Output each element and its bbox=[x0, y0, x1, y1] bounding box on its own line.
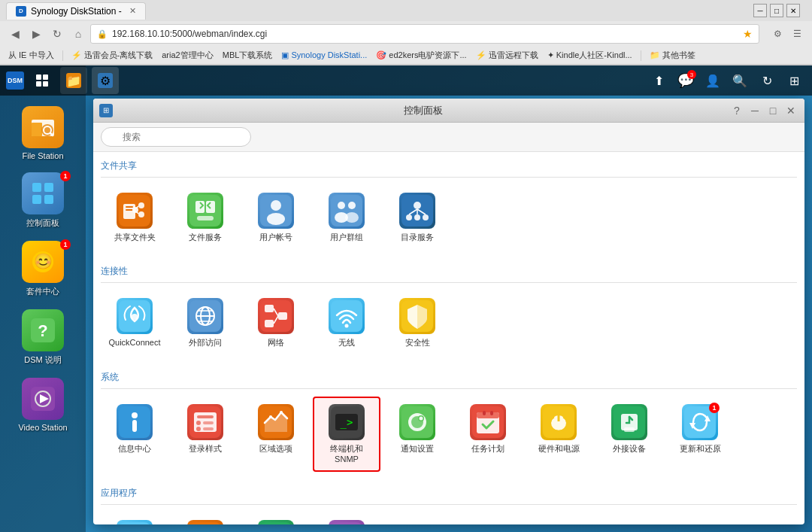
cp-item-hardware-power[interactable]: 硬件和电源 bbox=[525, 397, 592, 473]
cp-restore-button[interactable]: □ bbox=[765, 103, 780, 118]
cp-item-task-scheduler[interactable]: 任务计划 bbox=[454, 397, 522, 473]
svg-rect-8 bbox=[44, 195, 53, 204]
back-button[interactable]: ◀ bbox=[6, 25, 24, 43]
cp-item-shared-folder[interactable]: 共享文件夹 bbox=[101, 185, 168, 250]
dsm-taskbar-right: ⬆ 💬 3 👤 🔍 ↻ ⊞ bbox=[641, 68, 812, 93]
external-device-icon bbox=[611, 404, 647, 440]
taskbar-fs-icon: 📁 bbox=[66, 73, 81, 88]
notification-taskbar-icon[interactable]: 💬 3 bbox=[674, 68, 698, 93]
tab-favicon: D bbox=[16, 6, 26, 17]
sidebar-item-file-station[interactable]: File Station bbox=[9, 102, 77, 165]
cp-item-wireless[interactable]: 无线 bbox=[313, 290, 380, 355]
hardware-power-icon bbox=[541, 404, 577, 440]
svg-rect-67 bbox=[197, 415, 214, 418]
refresh-taskbar-icon[interactable]: ↻ bbox=[755, 68, 779, 93]
cp-item-external-access[interactable]: 外部访问 bbox=[171, 290, 239, 355]
svg-point-30 bbox=[271, 200, 281, 211]
home-button[interactable]: ⌂ bbox=[69, 25, 87, 43]
cp-item-quickconnect[interactable]: QuickConnect bbox=[101, 290, 168, 355]
sidebar-item-dsm-help[interactable]: ? DSM 说明 bbox=[9, 305, 77, 370]
bookmarks-bar: 从 IE 中导入 ⚡ 迅雷会员-离线下载 aria2管理中心 MBL下载系统 ▣… bbox=[0, 47, 812, 65]
bookmark-others[interactable]: 📁 其他书签 bbox=[647, 49, 698, 62]
bookmark-xunlei-remote[interactable]: ⚡ 迅雷远程下载 bbox=[474, 49, 541, 62]
security-label: 安全性 bbox=[405, 337, 430, 348]
bookmark-synology[interactable]: ▣ Synology DiskStati... bbox=[279, 50, 369, 61]
svg-rect-28 bbox=[197, 216, 214, 220]
bookmark-ie-import[interactable]: 从 IE 中导入 bbox=[6, 49, 56, 62]
taskbar-control-panel[interactable]: ⚙ bbox=[92, 67, 119, 94]
cp-item-file-services[interactable]: 文件服务 bbox=[171, 185, 239, 250]
address-bar[interactable]: 🔒 192.168.10.10:5000/webman/index.cgi ★ bbox=[90, 24, 759, 44]
user-taskbar-icon[interactable]: 👤 bbox=[701, 68, 725, 93]
bookmark-kindle[interactable]: ✦ Kindle人社区-Kindl... bbox=[545, 49, 635, 62]
cp-titlebar: ⊞ 控制面板 ? ─ □ ✕ bbox=[93, 99, 804, 123]
cp-item-info-center[interactable]: 信息中心 bbox=[101, 397, 168, 473]
sidebar-item-video-station[interactable]: Video Station bbox=[9, 373, 77, 436]
sidebar-item-package-center[interactable]: 😊 1 套件中心 bbox=[9, 236, 77, 302]
menu-button[interactable]: ☰ bbox=[788, 25, 806, 43]
cp-search-input[interactable] bbox=[101, 127, 251, 147]
dsm-help-label: DSM 说明 bbox=[24, 354, 62, 366]
svg-rect-56 bbox=[278, 312, 287, 320]
cp-item-terminal-snmp[interactable]: _> 终端机和 SNMP bbox=[313, 397, 380, 473]
cp-minimize-button[interactable]: ─ bbox=[747, 103, 762, 118]
minimize-button[interactable]: ─ bbox=[753, 4, 767, 17]
refresh-button[interactable]: ↻ bbox=[48, 25, 66, 43]
sidebar-item-control-panel[interactable]: 1 控制面板 bbox=[9, 168, 77, 233]
cp-item-region[interactable]: 区域选项 bbox=[242, 397, 310, 473]
maximize-button[interactable]: □ bbox=[770, 4, 783, 17]
bookmark-mbl[interactable]: MBL下载系统 bbox=[220, 49, 275, 62]
user-account-label: 用户帐号 bbox=[259, 232, 292, 242]
cp-close-button[interactable]: ✕ bbox=[783, 103, 798, 118]
user-group-icon bbox=[329, 193, 365, 229]
control-panel-label: 控制面板 bbox=[26, 217, 59, 229]
tab-close-button[interactable]: ✕ bbox=[129, 6, 136, 16]
forward-button[interactable]: ▶ bbox=[27, 25, 45, 43]
cp-item-external-device[interactable]: 外接设备 bbox=[595, 397, 663, 473]
close-button[interactable]: ✕ bbox=[786, 4, 800, 17]
search-taskbar-icon[interactable]: 🔍 bbox=[728, 68, 752, 93]
cp-item-update-restore[interactable]: 1 更新和还原 bbox=[666, 397, 734, 473]
bookmark-star-icon[interactable]: ★ bbox=[743, 28, 753, 40]
cp-item-notification[interactable]: 通知设置 bbox=[383, 397, 451, 473]
applications-grid: Web 服务 bbox=[101, 512, 797, 524]
secure-icon: 🔒 bbox=[97, 29, 108, 39]
browser-tab[interactable]: D Synology DiskStation - ✕ bbox=[6, 2, 146, 20]
cp-item-login-style[interactable]: 登录样式 bbox=[171, 397, 239, 473]
bookmark-xunlei[interactable]: ⚡ 迅雷会员-离线下载 bbox=[69, 49, 156, 62]
task-scheduler-label: 任务计划 bbox=[471, 443, 504, 454]
directory-service-icon bbox=[399, 193, 435, 229]
external-access-icon bbox=[187, 298, 223, 334]
cp-item-security[interactable]: 安全性 bbox=[383, 290, 451, 355]
wireless-icon bbox=[329, 298, 365, 334]
dsm-help-icon: ? bbox=[22, 309, 64, 351]
bookmark-aria2[interactable]: aria2管理中心 bbox=[159, 49, 215, 62]
file-station-icon bbox=[22, 106, 64, 148]
cp-item-network[interactable]: 网络 bbox=[242, 290, 310, 355]
layout-taskbar-icon[interactable]: ⊞ bbox=[782, 68, 806, 93]
cp-item-synology-app-portal[interactable]: Synology 应用程序门户 bbox=[242, 512, 310, 524]
svg-rect-1 bbox=[32, 123, 42, 136]
cp-item-web-service[interactable]: Web 服务 bbox=[101, 512, 168, 524]
cp-window-icon: ⊞ bbox=[99, 104, 113, 117]
svg-text:?: ? bbox=[38, 321, 47, 340]
svg-rect-5 bbox=[32, 183, 41, 192]
svg-rect-25 bbox=[189, 195, 221, 226]
cp-help-button[interactable]: ? bbox=[729, 103, 744, 118]
bookmark-ed2k[interactable]: 🎯 ed2kers电驴资源下... bbox=[374, 49, 468, 62]
extensions-button[interactable]: ⚙ bbox=[768, 25, 786, 43]
cp-search-bar: 🔍 bbox=[93, 123, 804, 152]
cp-item-user-group[interactable]: 用户群组 bbox=[313, 185, 380, 250]
user-account-icon bbox=[258, 193, 294, 229]
tab-label: Synology DiskStation - bbox=[31, 6, 122, 17]
terminal-icon: _> bbox=[329, 404, 365, 440]
permission-icon bbox=[187, 520, 223, 524]
cp-item-directory-service[interactable]: 目录服务 bbox=[383, 185, 451, 250]
upload-taskbar-icon[interactable]: ⬆ bbox=[647, 68, 671, 93]
taskbar-file-station[interactable]: 📁 bbox=[60, 67, 87, 94]
cp-item-media-library[interactable]: 媒体库 bbox=[313, 512, 380, 524]
update-badge: 1 bbox=[709, 403, 720, 413]
cp-item-user-account[interactable]: 用户帐号 bbox=[242, 185, 310, 250]
dsm-app-grid-button[interactable] bbox=[29, 67, 56, 94]
cp-item-permission[interactable]: 权限 bbox=[171, 512, 239, 524]
